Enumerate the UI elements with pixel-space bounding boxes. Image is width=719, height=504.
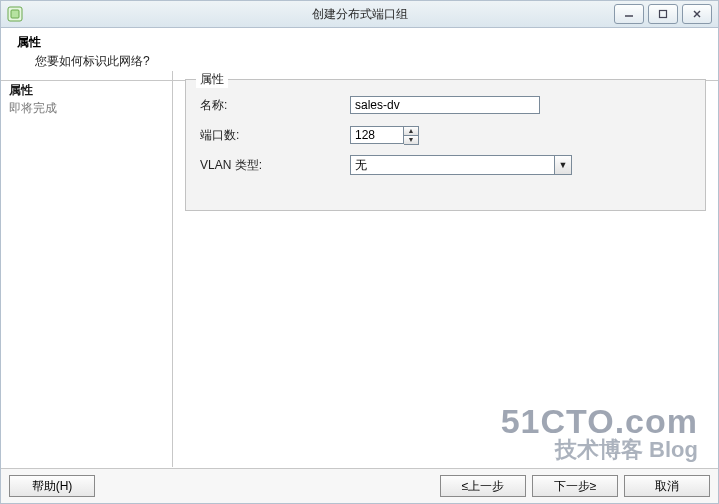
wizard-window: 创建分布式端口组 属性 您要如何标识此网络? 属性 即将完成 属性 名称: 端口… — [0, 0, 719, 504]
ports-input[interactable] — [350, 126, 404, 144]
wizard-steps-sidebar: 属性 即将完成 — [1, 71, 173, 467]
vlan-type-label: VLAN 类型: — [200, 157, 350, 174]
header-title: 属性 — [17, 34, 702, 51]
name-label: 名称: — [200, 97, 350, 114]
vlan-type-value: 无 — [351, 157, 554, 174]
ports-label: 端口数: — [200, 127, 350, 144]
wizard-footer: 帮助(H) ≤上一步 下一步≥ 取消 — [1, 468, 718, 503]
svg-rect-1 — [11, 10, 19, 18]
row-ports: 端口数: ▲ ▼ — [200, 122, 691, 148]
fieldset-legend: 属性 — [196, 71, 228, 88]
maximize-button[interactable] — [648, 4, 678, 24]
sidebar-item-properties[interactable]: 属性 — [9, 81, 164, 99]
app-icon — [7, 6, 23, 22]
sidebar-item-ready[interactable]: 即将完成 — [9, 99, 164, 117]
name-input[interactable] — [350, 96, 540, 114]
help-button[interactable]: 帮助(H) — [9, 475, 95, 497]
wizard-body: 属性 即将完成 属性 名称: 端口数: ▲ ▼ — [1, 71, 718, 467]
properties-fieldset: 属性 名称: 端口数: ▲ ▼ VLAN 类 — [185, 79, 706, 211]
titlebar: 创建分布式端口组 — [1, 1, 718, 28]
next-button[interactable]: 下一步≥ — [532, 475, 618, 497]
wizard-main-panel: 属性 名称: 端口数: ▲ ▼ VLAN 类 — [173, 71, 718, 467]
spinner-buttons: ▲ ▼ — [404, 126, 419, 145]
svg-rect-3 — [660, 11, 667, 18]
vlan-type-select[interactable]: 无 ▼ — [350, 155, 572, 175]
window-buttons — [614, 4, 712, 24]
ports-spinner: ▲ ▼ — [350, 126, 419, 145]
spinner-up-icon[interactable]: ▲ — [404, 127, 418, 136]
row-name: 名称: — [200, 92, 691, 118]
close-button[interactable] — [682, 4, 712, 24]
row-vlan-type: VLAN 类型: 无 ▼ — [200, 152, 691, 178]
header-subtitle: 您要如何标识此网络? — [35, 53, 702, 70]
spinner-down-icon[interactable]: ▼ — [404, 136, 418, 144]
chevron-down-icon: ▼ — [554, 156, 571, 174]
back-button[interactable]: ≤上一步 — [440, 475, 526, 497]
minimize-button[interactable] — [614, 4, 644, 24]
cancel-button[interactable]: 取消 — [624, 475, 710, 497]
window-title: 创建分布式端口组 — [1, 6, 718, 23]
